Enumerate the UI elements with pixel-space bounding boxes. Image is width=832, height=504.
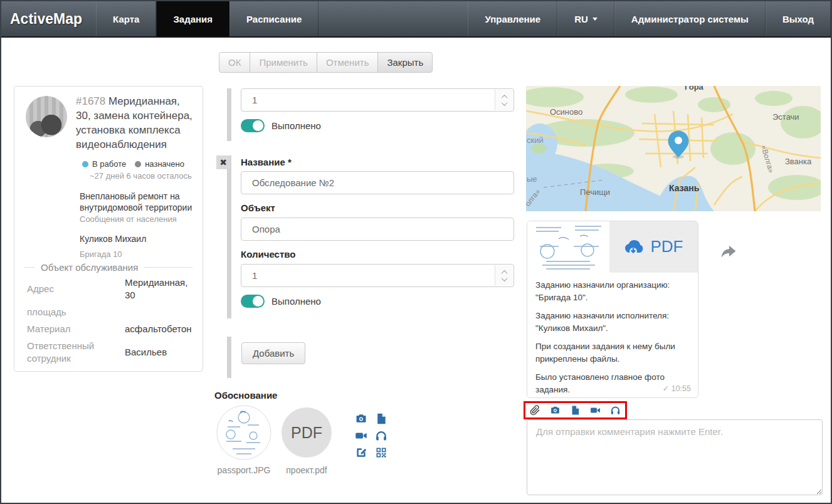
close-button[interactable]: Закрыть	[377, 52, 433, 73]
object-field-value: Опора	[252, 224, 280, 234]
add-button[interactable]: Добавить	[241, 342, 305, 364]
apply-button[interactable]: Применить	[250, 52, 317, 73]
headphones-icon[interactable]	[375, 429, 387, 442]
nav-item-user[interactable]: Администратор системы	[614, 1, 766, 36]
chat-attach-toolbar-highlighted	[524, 401, 627, 419]
map-label: Гора	[685, 86, 704, 92]
cloud-download-icon	[624, 239, 646, 255]
field-label: Материал	[27, 323, 122, 335]
nav-item-logout[interactable]: Выход	[766, 1, 831, 36]
quantity-field-label: Количество	[241, 249, 295, 260]
video-camera-icon[interactable]	[590, 405, 601, 416]
pdf-badge: PDF	[291, 424, 322, 442]
service-object-section-title: Объект обслуживания	[24, 262, 192, 273]
group-indent-bar	[227, 337, 231, 378]
quantity-stepper[interactable]: 1	[241, 264, 514, 287]
forward-arrow-icon	[720, 245, 736, 259]
organization-name: Бригада 10	[80, 249, 197, 259]
headphones-icon[interactable]	[610, 405, 621, 416]
map-label: Званка	[785, 157, 812, 166]
nav-item-management[interactable]: Управление	[468, 1, 557, 36]
status-assigned-dot	[135, 161, 141, 167]
task-source: Сообщения от населения	[80, 214, 197, 224]
camera-icon[interactable]	[355, 412, 367, 425]
time-remaining: ~27 дней 6 часов осталось	[90, 171, 197, 181]
task-photo-avatar[interactable]	[26, 96, 67, 137]
message-timestamp: ✓ 10:55	[663, 384, 691, 393]
delivered-check-icon: ✓	[663, 384, 669, 393]
pdf-label: PDF	[651, 237, 683, 256]
status-row: В работе назначено	[82, 159, 197, 169]
done-toggle-label: Выполнено	[271, 296, 321, 307]
app-window: ActiveMap Карта Задания Расписание Управ…	[0, 0, 832, 504]
group-indent-bar	[227, 88, 231, 141]
language-dropdown[interactable]: RU	[557, 1, 614, 36]
file-icon[interactable]	[570, 405, 581, 416]
chat-attachment-pdf[interactable]: PDF	[609, 221, 698, 272]
name-field-value: Обследование №2	[252, 177, 334, 188]
tab-schedule[interactable]: Расписание	[229, 1, 319, 36]
service-object-fields: Адрес Меридианная, 30 площадь Материал а…	[27, 276, 194, 365]
chat-message: При создании задания к нему были прикреп…	[535, 340, 690, 365]
camera-icon[interactable]	[550, 405, 561, 416]
justification-attach-actions	[355, 412, 389, 459]
chevron-down-icon[interactable]	[501, 100, 507, 106]
status-primary: В работе	[92, 159, 126, 169]
field-value: Васильев	[125, 346, 194, 359]
chat-message: Заданию назначили исполнителя: "Куликов …	[535, 310, 690, 334]
tab-tasks[interactable]: Задания	[156, 1, 229, 36]
edit-icon[interactable]	[355, 446, 367, 459]
map-label-city: Казань	[669, 183, 700, 193]
forward-message-button[interactable]	[720, 245, 736, 259]
quantity-value: 1	[252, 270, 257, 281]
paperclip-icon[interactable]	[530, 405, 540, 416]
comment-input[interactable]	[527, 419, 823, 495]
language-label: RU	[574, 14, 588, 24]
task-id: #1678	[76, 95, 105, 107]
group-indent-bar	[227, 155, 231, 318]
video-camera-icon[interactable]	[355, 429, 367, 442]
status-secondary: назначено	[145, 159, 184, 169]
qr-code-icon[interactable]	[375, 446, 387, 459]
attachment-thumbnail-pdf[interactable]: PDF	[282, 407, 332, 458]
status-in-progress-dot	[82, 161, 88, 167]
tab-map[interactable]: Карта	[96, 1, 156, 36]
stepper-arrows[interactable]	[495, 90, 513, 110]
system-messages: Заданию назначили организацию: "Бригада …	[527, 279, 698, 398]
done-toggle[interactable]	[241, 119, 265, 132]
task-card: #1678 Меридианная, 30, замена контейнера…	[14, 86, 203, 372]
stepper-arrows[interactable]	[495, 265, 513, 286]
chevron-down-icon[interactable]	[501, 275, 507, 281]
map-label: ский	[527, 135, 544, 145]
assignee-name: Куликов Михаил	[80, 234, 197, 244]
quantity-value: 1	[252, 95, 257, 105]
justification-label: Обоснование	[214, 390, 277, 401]
attachment-name: passport.JPG	[209, 465, 278, 475]
quantity-stepper[interactable]: 1	[241, 88, 514, 112]
chat-message: Заданию назначили организацию: "Бригада …	[535, 279, 690, 303]
ok-button[interactable]: ОК	[219, 52, 250, 73]
remove-item-button[interactable]: ✖	[216, 155, 230, 169]
object-field[interactable]: Опора	[241, 218, 514, 241]
name-field[interactable]: Обследование №2	[241, 171, 514, 194]
task-location-map[interactable]: Осиново Эстачи Званка Печищи Казань «Вол…	[526, 86, 821, 211]
done-toggle[interactable]	[241, 295, 265, 308]
field-label: Адрес	[27, 283, 122, 295]
work-type: Внеплановый ремонт на внутридомовой терр…	[80, 191, 197, 213]
chat-message-bubble: PDF Заданию назначили организацию: "Бриг…	[527, 221, 698, 398]
top-nav: ActiveMap Карта Задания Расписание Управ…	[1, 1, 831, 38]
attachment-name: проект.pdf	[272, 465, 341, 475]
cancel-button[interactable]: Отменить	[317, 52, 379, 73]
map-label: ые	[527, 174, 537, 184]
nav-right: Управление RU Администратор системы Выхо…	[468, 1, 831, 36]
chat-attachment-passport[interactable]	[527, 221, 609, 273]
task-title: #1678 Меридианная, 30, замена контейнера…	[76, 94, 197, 152]
map-label: Эстачи	[772, 112, 799, 122]
file-icon[interactable]	[375, 412, 387, 425]
attachment-thumbnail-passport[interactable]	[216, 405, 271, 460]
field-label: площадь	[27, 306, 122, 318]
map-label: Печищи	[580, 187, 610, 197]
object-field-label: Объект	[241, 202, 275, 213]
chevron-down-icon	[592, 18, 598, 23]
field-value: асфальтобетон	[125, 323, 194, 335]
